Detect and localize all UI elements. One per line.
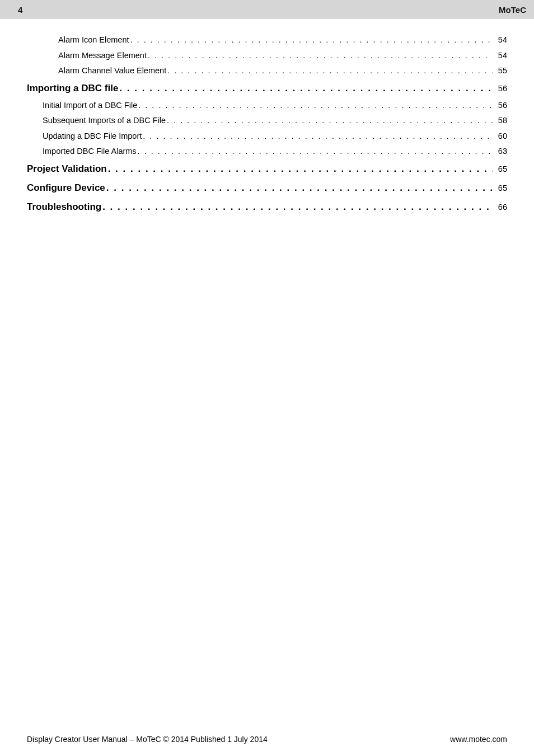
toc-entry-page: 55 — [494, 63, 507, 79]
toc-entry-text: Alarm Channel Value Element — [58, 63, 166, 79]
toc-entry-text: Subsequent Imports of a DBC File — [43, 113, 166, 129]
toc-entry-page: 54 — [494, 48, 507, 64]
toc-entry: Alarm Message Element54 — [27, 48, 507, 64]
footer-left: Display Creator User Manual – MoTeC © 20… — [27, 735, 268, 744]
page: 4 MoTeC Alarm Icon Element54Alarm Messag… — [0, 0, 534, 756]
toc-leader-dots — [167, 113, 493, 129]
toc-entry-text: Updating a DBC File Import — [43, 129, 142, 144]
toc-entry-text: Alarm Icon Element — [58, 32, 129, 48]
page-number: 4 — [18, 5, 22, 15]
table-of-contents: Alarm Icon Element54Alarm Message Elemen… — [0, 19, 534, 217]
toc-entry: Subsequent Imports of a DBC File58 — [27, 113, 507, 129]
toc-entry-text: Importing a DBC file — [27, 79, 118, 98]
toc-leader-dots — [138, 144, 493, 159]
toc-entry-text: Project Validation — [27, 159, 107, 179]
toc-entry-page: 56 — [494, 98, 507, 114]
toc-entry: Alarm Icon Element54 — [27, 32, 507, 48]
toc-entry-page: 63 — [494, 144, 507, 159]
toc-entry-page: 58 — [494, 113, 507, 129]
footer-right: www.motec.com — [450, 735, 507, 744]
toc-leader-dots — [108, 159, 493, 179]
toc-entry-page: 65 — [494, 180, 507, 196]
toc-entry: Troubleshooting66 — [27, 198, 507, 217]
toc-entry-page: 66 — [494, 199, 507, 215]
toc-entry-page: 65 — [494, 161, 507, 177]
toc-entry: Configure Device65 — [27, 179, 507, 198]
footer: Display Creator User Manual – MoTeC © 20… — [27, 735, 507, 744]
toc-entry-text: Imported DBC File Alarms — [43, 144, 137, 159]
toc-leader-dots — [138, 98, 493, 114]
toc-entry: Project Validation65 — [27, 159, 507, 179]
header-bar: 4 MoTeC — [0, 0, 534, 19]
toc-entry-page: 56 — [494, 81, 507, 97]
toc-entry: Importing a DBC file56 — [27, 79, 507, 98]
toc-entry: Imported DBC File Alarms63 — [27, 144, 507, 159]
toc-leader-dots — [102, 198, 493, 217]
toc-leader-dots — [119, 79, 493, 98]
toc-leader-dots — [106, 179, 493, 198]
toc-entry-text: Alarm Message Element — [58, 48, 147, 64]
toc-leader-dots — [148, 48, 493, 64]
toc-entry-text: Troubleshooting — [27, 198, 101, 217]
toc-entry: Updating a DBC File Import60 — [27, 129, 507, 144]
toc-entry: Alarm Channel Value Element55 — [27, 63, 507, 79]
toc-leader-dots — [167, 63, 493, 79]
brand-name: MoTeC — [499, 5, 526, 15]
toc-leader-dots — [143, 129, 493, 144]
toc-entry-page: 54 — [494, 32, 507, 48]
toc-entry-page: 60 — [494, 129, 507, 144]
toc-leader-dots — [130, 32, 493, 48]
toc-entry-text: Initial Import of a DBC File — [43, 98, 137, 114]
toc-entry: Initial Import of a DBC File56 — [27, 98, 507, 114]
toc-entry-text: Configure Device — [27, 179, 105, 198]
